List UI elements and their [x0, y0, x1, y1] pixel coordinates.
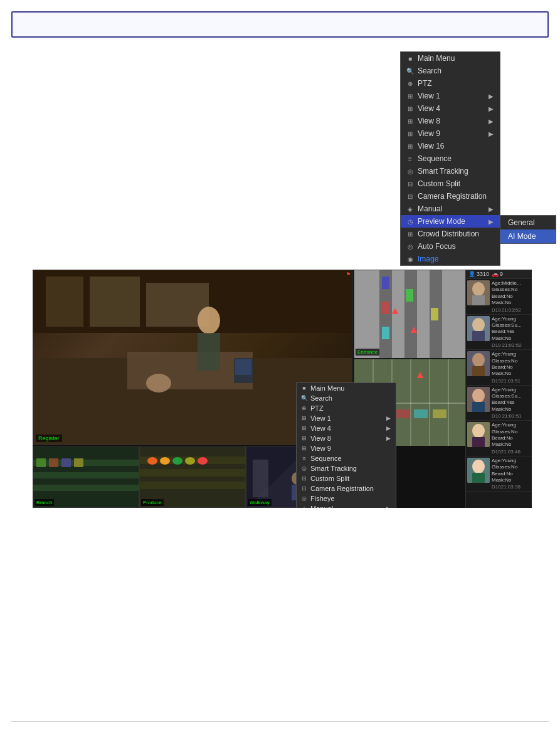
menu-item-image[interactable]: ◉ Image	[401, 253, 500, 265]
menu-item-search[interactable]: 🔍 Search	[401, 65, 500, 77]
smenu-item-custom-split[interactable]: ⊟ Custom Split	[297, 473, 396, 483]
panel-header: 👤 3310 🚗 9	[466, 270, 532, 279]
arrow-icon: ▶	[489, 130, 494, 137]
svg-rect-40	[33, 472, 139, 478]
auto-focus-icon: ◎	[406, 242, 415, 251]
svg-rect-3	[90, 277, 140, 327]
face-info-6: Age:YoungGlasses:NoBeard:NoMask:No	[492, 458, 520, 484]
svg-point-68	[472, 353, 485, 367]
svg-rect-78	[472, 473, 485, 483]
smenu-item-sequence[interactable]: ≡ Sequence	[297, 453, 396, 463]
svg-rect-43	[49, 458, 58, 467]
smenu-item-manual[interactable]: ◈ Manual ▶	[297, 504, 396, 508]
menu-item-view4[interactable]: ⊞ View 4 ▶	[401, 102, 500, 115]
menu-item-sequence[interactable]: ≡ Sequence	[401, 152, 500, 165]
svg-rect-66	[472, 331, 485, 341]
smenu-item-view1[interactable]: ⊞ View 1 ▶	[297, 413, 396, 423]
vehicle-icon: 🚗	[492, 271, 499, 277]
search-icon: 🔍	[406, 66, 415, 75]
vehicle-count: 🚗 9	[492, 271, 503, 277]
menu-item-crowd-distribution[interactable]: ⊞ Crowd Distribution	[401, 228, 500, 240]
face-meta-5: D10 21:03:46	[492, 449, 520, 455]
face-meta-4: D10 21:03:51	[492, 413, 522, 419]
submenu-item-general[interactable]: General	[500, 216, 556, 229]
menu-item-auto-focus[interactable]: ◎ Auto Focus	[401, 240, 500, 253]
smenu-item-view8[interactable]: ⊞ View 8 ▶	[297, 433, 396, 443]
preview-mode-icon: ◷	[406, 217, 415, 226]
menu-item-camera-registration[interactable]: ⊡ Camera Registration	[401, 190, 500, 203]
smenu-camera-reg-icon: ⊡	[300, 485, 308, 492]
svg-point-77	[472, 460, 485, 473]
menu-item-custom-split[interactable]: ⊟ Custom Split	[401, 177, 500, 190]
svg-point-65	[472, 318, 485, 332]
svg-rect-33	[414, 409, 428, 418]
view9-icon: ⊞	[406, 129, 415, 138]
menu-item-ptz[interactable]: ⊕ PTZ	[401, 77, 500, 90]
smenu-item-fisheye[interactable]: ◎ Fisheye	[297, 493, 396, 504]
preview-mode-submenu: General AI Mode	[500, 215, 556, 244]
smenu-item-ptz[interactable]: ⊕ PTZ	[297, 403, 396, 413]
smenu-view1-icon: ⊞	[300, 414, 308, 422]
arrow-icon: ▶	[386, 435, 391, 441]
arrow-icon: ▶	[386, 425, 391, 431]
view4-icon: ⊞	[406, 104, 415, 113]
person-icon: 👤	[468, 271, 475, 277]
menu-item-smart-tracking[interactable]: ◎ Smart Tracking	[401, 165, 500, 177]
svg-rect-75	[472, 437, 485, 447]
smenu-item-view9[interactable]: ⊞ View 9	[297, 443, 396, 453]
face-thumbnail-5	[467, 422, 490, 447]
crowd-dist-icon: ⊞	[406, 229, 415, 238]
face-detection-panel: 👤 3310 🚗 9 Age:Middle...Glasses:NoBeard:…	[465, 270, 532, 508]
face-info-1: Age:Middle...Glasses:NoBeard:NoMask:No	[492, 280, 521, 307]
svg-rect-2	[46, 277, 83, 327]
entrance-camera-view: Entrance	[354, 270, 465, 357]
face-meta-1: D19 21:03:52	[492, 307, 521, 313]
face-detection-entry-1: Age:Middle...Glasses:NoBeard:NoMask:No D…	[466, 279, 532, 315]
view16-icon: ⊞	[406, 142, 415, 150]
smenu-smart-tracking-icon: ◎	[300, 465, 308, 472]
smenu-view8-icon: ⊞	[300, 435, 308, 442]
smenu-item-search[interactable]: 🔍 Search	[297, 393, 396, 403]
entrance-cam-label: Entrance	[356, 349, 379, 356]
face-detection-entry-4: Age:YoungGlasses:Su...Beard:YesMask:No D…	[466, 386, 532, 421]
svg-point-6	[198, 307, 220, 334]
submenu-item-ai-mode[interactable]: AI Mode	[500, 229, 556, 243]
smenu-item-view4[interactable]: ⊞ View 4 ▶	[297, 423, 396, 433]
face-meta-2: D19 21:03:52	[492, 342, 522, 348]
arrow-icon: ▶	[489, 218, 494, 225]
smart-tracking-icon: ◎	[406, 167, 415, 176]
svg-rect-34	[433, 409, 446, 418]
menu-item-view1[interactable]: ⊞ View 1 ▶	[401, 90, 500, 102]
svg-rect-20	[382, 327, 389, 339]
svg-point-74	[472, 424, 485, 438]
bottom-divider	[11, 721, 549, 722]
menu-item-main-menu[interactable]: ■ Main Menu	[401, 52, 500, 65]
svg-point-71	[472, 389, 485, 403]
menu-item-view16[interactable]: ⊞ View 16	[401, 140, 500, 152]
smenu-view9-icon: ⊞	[300, 445, 308, 452]
svg-rect-32	[395, 409, 409, 418]
menu-item-manual[interactable]: ◈ Manual ▶	[401, 203, 500, 215]
branch-cam-label: Branch	[34, 499, 54, 506]
menu-item-preview-mode[interactable]: ◷ Preview Mode ▶ General AI Mode	[401, 215, 500, 228]
produce-camera-view: Produce	[139, 446, 246, 508]
smenu-item-main-menu[interactable]: ■ Main Menu	[297, 383, 396, 393]
smenu-item-camera-reg[interactable]: ⊡ Camera Registration	[297, 483, 396, 493]
smenu-fisheye-icon: ◎	[300, 495, 308, 502]
arrow-icon: ▶	[489, 206, 494, 213]
svg-point-51	[160, 457, 170, 465]
svg-rect-45	[74, 458, 83, 467]
menu-item-view8[interactable]: ⊞ View 8 ▶	[401, 115, 500, 127]
custom-split-icon: ⊟	[406, 179, 415, 188]
smenu-manual-icon: ◈	[300, 505, 308, 508]
cam-indicator: ⚑	[346, 272, 351, 277]
smenu-main-menu-icon: ■	[300, 384, 308, 392]
smenu-item-smart-tracking[interactable]: ◎ Smart Tracking	[297, 463, 396, 473]
svg-rect-72	[472, 402, 485, 412]
svg-rect-42	[36, 458, 46, 467]
menu-item-view9[interactable]: ⊞ View 9 ▶	[401, 127, 500, 140]
smenu-search-icon: 🔍	[300, 394, 308, 402]
face-detection-entry-2: Age:YoungGlasses:Su...Beard:YesMask:No D…	[466, 315, 532, 351]
top-header-bar	[11, 11, 549, 38]
face-detection-entry-6: Age:YoungGlasses:NoBeard:NoMask:No D10 2…	[466, 456, 532, 492]
